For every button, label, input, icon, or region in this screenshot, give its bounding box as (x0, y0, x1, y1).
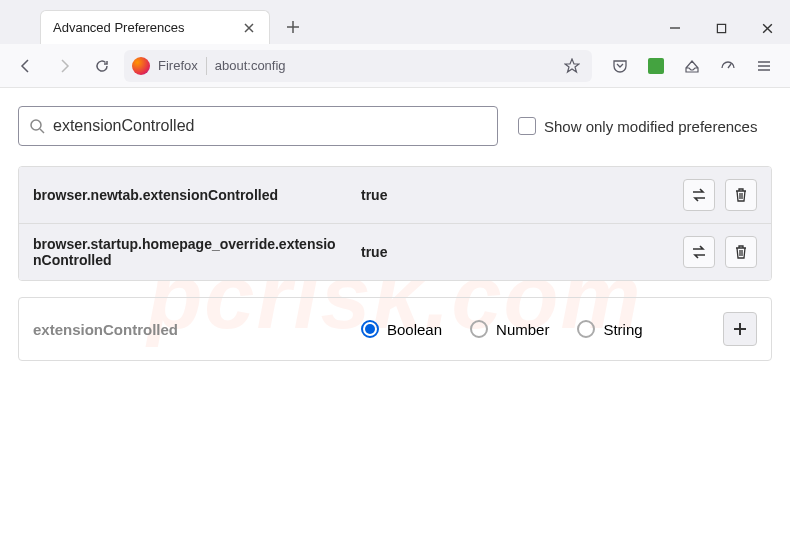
toggle-button[interactable] (683, 179, 715, 211)
menu-button[interactable] (748, 50, 780, 82)
add-button[interactable] (723, 312, 757, 346)
dashboard-icon[interactable] (712, 50, 744, 82)
delete-button[interactable] (725, 236, 757, 268)
back-button[interactable] (10, 50, 42, 82)
inbox-icon[interactable] (676, 50, 708, 82)
window-close-button[interactable] (744, 12, 790, 44)
preference-row: browser.newtab.extensionControlled true (19, 167, 771, 224)
new-preference-name: extensionControlled (33, 321, 323, 338)
radio-number[interactable]: Number (470, 320, 549, 338)
delete-button[interactable] (725, 179, 757, 211)
toggle-button[interactable] (683, 236, 715, 268)
type-radio-group: Boolean Number String (341, 320, 705, 338)
content-area: Show only modified preferences browser.n… (0, 88, 790, 379)
reload-button[interactable] (86, 50, 118, 82)
tab-title: Advanced Preferences (53, 20, 241, 35)
preference-value: true (361, 244, 665, 260)
toolbar: Firefox about:config (0, 44, 790, 88)
preference-name: browser.newtab.extensionControlled (33, 187, 343, 203)
new-preference-row: extensionControlled Boolean Number Strin… (18, 297, 772, 361)
bookmark-star-icon[interactable] (560, 54, 584, 78)
svg-point-1 (31, 120, 41, 130)
close-icon[interactable] (241, 20, 257, 36)
url-bar[interactable]: Firefox about:config (124, 50, 592, 82)
search-icon (29, 118, 45, 134)
url-text: about:config (215, 58, 552, 73)
checkbox-label: Show only modified preferences (544, 118, 757, 135)
browser-tab[interactable]: Advanced Preferences (40, 10, 270, 44)
preference-list: browser.newtab.extensionControlled true … (18, 166, 772, 281)
preference-value: true (361, 187, 665, 203)
show-modified-checkbox[interactable]: Show only modified preferences (518, 117, 757, 135)
radio-boolean[interactable]: Boolean (361, 320, 442, 338)
radio-label: Boolean (387, 321, 442, 338)
maximize-button[interactable] (698, 12, 744, 44)
separator (206, 57, 207, 75)
titlebar: Advanced Preferences (0, 0, 790, 44)
radio-icon (470, 320, 488, 338)
radio-icon (361, 320, 379, 338)
pocket-icon[interactable] (604, 50, 636, 82)
search-box[interactable] (18, 106, 498, 146)
radio-icon (577, 320, 595, 338)
search-input[interactable] (53, 117, 487, 135)
radio-label: Number (496, 321, 549, 338)
preference-name: browser.startup.homepage_override.extens… (33, 236, 343, 268)
minimize-button[interactable] (652, 12, 698, 44)
forward-button[interactable] (48, 50, 80, 82)
firefox-icon (132, 57, 150, 75)
radio-string[interactable]: String (577, 320, 642, 338)
extension-icon[interactable] (640, 50, 672, 82)
new-tab-button[interactable] (278, 12, 308, 42)
radio-label: String (603, 321, 642, 338)
checkbox-icon[interactable] (518, 117, 536, 135)
url-identity: Firefox (158, 58, 198, 73)
preference-row: browser.startup.homepage_override.extens… (19, 224, 771, 280)
svg-rect-0 (717, 24, 725, 32)
